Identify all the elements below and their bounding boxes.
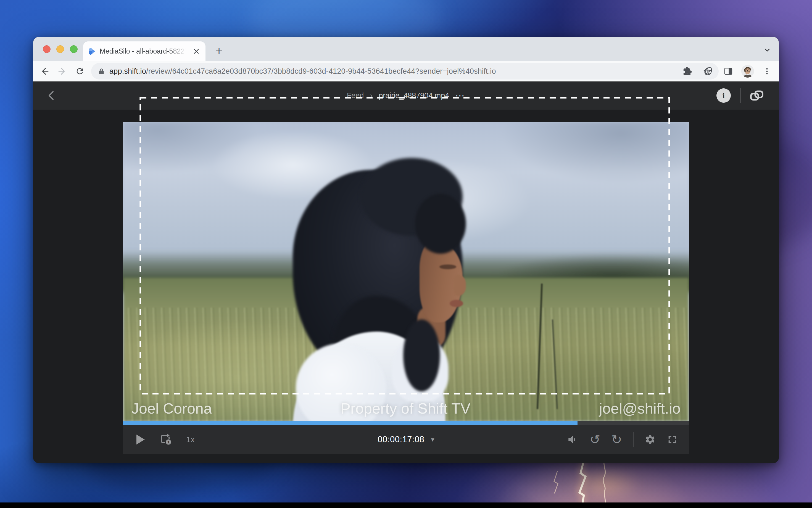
more-options-icon[interactable]: ⋯ <box>455 90 465 101</box>
browser-toolbar: app.shift.io/review/64c01c47ca6a2e03d870… <box>33 61 779 81</box>
back-button[interactable] <box>37 64 52 79</box>
video-frame[interactable]: Joel Corona Property of Shift TV joel@sh… <box>123 122 689 421</box>
timecode-display[interactable]: 00:00:17:08 <box>377 434 424 444</box>
woman-lips <box>450 300 463 307</box>
zoom-window-button[interactable] <box>70 45 78 53</box>
tab-close-icon[interactable] <box>192 47 201 56</box>
video-player: Joel Corona Property of Shift TV joel@sh… <box>123 122 689 454</box>
watermark-property: Property of Shift TV <box>212 400 599 417</box>
minimize-window-button[interactable] <box>56 45 64 53</box>
breadcrumb-feed[interactable]: Feed <box>347 91 364 100</box>
url-domain: app.shift.io <box>109 67 146 75</box>
mediasilo-app: Feed › prairie_4887904.mp4 ⋯ i <box>33 81 779 463</box>
breadcrumb-separator-icon: › <box>370 91 373 100</box>
app-top-bar: Feed › prairie_4887904.mp4 ⋯ i <box>33 81 779 110</box>
woman-hair <box>403 320 440 391</box>
timecode-caret-icon[interactable]: ▾ <box>431 436 435 443</box>
screen-bottom-bar <box>0 503 812 508</box>
profile-avatar[interactable] <box>741 65 754 78</box>
energy-saver-leaf-icon[interactable] <box>700 64 715 79</box>
browser-window: MediaSilo - all-aboard-582279 + app.shif… <box>33 37 779 463</box>
lightning-bolt <box>541 456 668 508</box>
tab-search-chevron-icon[interactable] <box>762 45 772 55</box>
mediasilo-favicon <box>88 47 96 56</box>
lock-icon <box>98 68 105 75</box>
player-controls: 1 1x 00:00:17:08 ▾ ↺ ↻ <box>123 425 689 454</box>
forward-button[interactable] <box>55 64 70 79</box>
window-controls <box>43 45 78 53</box>
watermark-name: Joel Corona <box>131 400 212 417</box>
new-tab-button[interactable]: + <box>211 43 227 59</box>
reload-button[interactable] <box>72 64 87 79</box>
close-window-button[interactable] <box>43 45 50 53</box>
seek-bar[interactable] <box>123 421 689 425</box>
browser-menu-dots-icon[interactable] <box>760 64 774 79</box>
breadcrumb: Feed › prairie_4887904.mp4 ⋯ <box>33 81 779 110</box>
topbar-divider <box>740 88 741 103</box>
watermark-email: joel@shift.io <box>599 400 681 417</box>
tab-title: MediaSilo - all-aboard-582279 <box>100 47 188 55</box>
copy-link-icon[interactable] <box>750 89 763 101</box>
extensions-puzzle-icon[interactable] <box>680 64 695 79</box>
info-icon[interactable]: i <box>717 88 731 103</box>
browser-tab[interactable]: MediaSilo - all-aboard-582279 <box>83 41 205 61</box>
tab-strip: MediaSilo - all-aboard-582279 + <box>33 37 779 61</box>
watermark-row: Joel Corona Property of Shift TV joel@sh… <box>123 400 689 417</box>
breadcrumb-filename[interactable]: prairie_4887904.mp4 <box>379 91 449 100</box>
woman-nose <box>453 275 466 296</box>
url-path: /review/64c01c47ca6a2e03d870bc37/3bb8dcd… <box>146 67 496 75</box>
address-bar[interactable]: app.shift.io/review/64c01c47ca6a2e03d870… <box>91 63 719 80</box>
woman-hair <box>415 194 466 254</box>
url-text: app.shift.io/review/64c01c47ca6a2e03d870… <box>109 67 496 76</box>
progress-fill <box>123 421 577 425</box>
side-panel-icon[interactable] <box>721 64 736 79</box>
